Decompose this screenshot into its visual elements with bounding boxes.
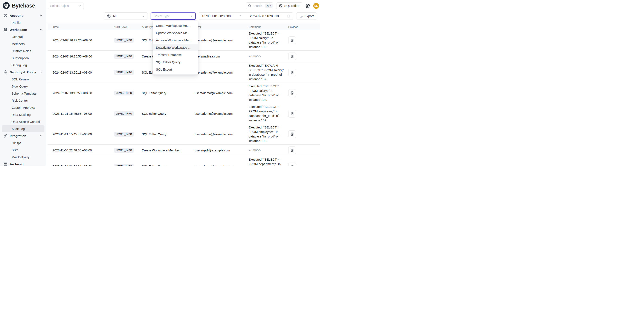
sidebar-item-gitops[interactable]: GitOps	[2, 139, 44, 147]
shield-check-icon	[4, 70, 8, 74]
column-header-time: Time	[53, 25, 114, 28]
payload-view-button[interactable]	[288, 130, 296, 138]
brand-name: Bytebase	[12, 2, 35, 9]
settings-button[interactable]	[306, 4, 310, 8]
type-option[interactable]: SQL Editor Query	[153, 59, 198, 66]
type-option[interactable]: Create Workspace Me...	[153, 22, 198, 29]
actor-cell: users/qa1@example.com	[194, 149, 248, 152]
sidebar-item-integration[interactable]: Integration	[2, 132, 44, 139]
actor-cell: users/demo@example.com	[194, 165, 248, 166]
time-cell: 2024-02-07 13:19:53 +08:00	[53, 91, 114, 95]
actor-cell: users/demo@example.com	[194, 71, 248, 74]
column-header-payload: Payload	[288, 25, 320, 28]
export-label: Export	[304, 14, 314, 18]
user-avatar[interactable]: DE	[313, 3, 319, 9]
chevron-down-icon	[78, 4, 81, 7]
audit-level-badge: LEVEL_INFO	[114, 148, 134, 153]
type-option[interactable]: Deactivate Workspace ...	[153, 44, 198, 51]
sidebar-item-debug-log[interactable]: Debug Log	[2, 62, 44, 69]
search-icon	[248, 4, 251, 7]
type-option[interactable]: SQL Export	[153, 66, 198, 73]
column-header-comment: Comment	[248, 25, 288, 28]
payload-view-button[interactable]	[288, 89, 296, 97]
audit-level-badge: LEVEL_INFO	[114, 54, 134, 59]
audit-type-cell: SQL Editor Query	[142, 91, 194, 95]
search-box[interactable]: ⌘ K	[246, 2, 273, 9]
search-input[interactable]	[252, 4, 264, 7]
sidebar-item-members[interactable]: Members	[2, 40, 44, 47]
file-search-icon	[290, 132, 294, 136]
sidebar-item-sql-review[interactable]: SQL Review	[2, 76, 44, 83]
download-icon	[300, 14, 303, 18]
column-header-actor: Actor	[194, 25, 248, 28]
sidebar-item-risk-center[interactable]: Risk Center	[2, 97, 44, 104]
sidebar-item-workspace[interactable]: Workspace	[2, 26, 44, 33]
sidebar-item-sso[interactable]: SSO	[2, 147, 44, 154]
sidebar-item-archived[interactable]: Archived	[2, 161, 44, 166]
type-filter[interactable]: Select Type	[151, 12, 196, 20]
sidebar: Bytebase Account Profile Workspace Gener…	[0, 0, 46, 166]
type-option[interactable]: Update Workspace Me...	[153, 29, 198, 37]
logo[interactable]: Bytebase	[0, 0, 46, 11]
date-start: 1970-01-01 08:00:00	[202, 14, 231, 18]
audit-type-cell: SQL Editor Query	[142, 112, 194, 115]
type-option[interactable]: Transfer Database	[153, 51, 198, 59]
user-circle-icon	[4, 13, 8, 17]
sidebar-item-account[interactable]: Account	[2, 12, 44, 19]
sidebar-item-data-access-control[interactable]: Data Access Control	[2, 118, 44, 125]
actor-cell: users/demo@example.com	[194, 39, 248, 42]
payload-view-button[interactable]	[288, 110, 296, 118]
time-cell: 2024-02-07 16:25:56 +08:00	[53, 55, 114, 58]
user-filter-value: All	[113, 14, 116, 18]
sidebar-item-schema-template[interactable]: Schema Template	[2, 90, 44, 97]
sql-editor-button[interactable]: SQL Editor	[276, 2, 302, 9]
sidebar-item-subscription[interactable]: Subscription	[2, 54, 44, 62]
file-search-icon	[290, 149, 294, 152]
filter-bar: All Select Type 1970-01-01 08:00:00 2024…	[48, 12, 320, 20]
sidebar-item-profile[interactable]: Profile	[2, 19, 44, 26]
arrow-right-icon	[239, 14, 242, 18]
audit-level-badge: LEVEL_INFO	[114, 70, 134, 75]
chevron-down-icon	[40, 134, 43, 138]
sidebar-item-audit-log[interactable]: Audit Log	[2, 125, 44, 132]
export-button[interactable]: Export	[296, 12, 317, 20]
file-search-icon	[290, 38, 294, 42]
comment-cell: Executed `"EXPLAIN SELECT * FROM salary;…	[248, 63, 288, 81]
comment-cell: Executed `"SELECT * FROM employee;"` in …	[248, 105, 288, 123]
table-row: 2024-02-07 13:19:53 +08:00 LEVEL_INFO SQ…	[48, 83, 320, 103]
search-shortcut-badge: ⌘ K	[265, 4, 272, 8]
audit-level-badge: LEVEL_INFO	[114, 132, 134, 137]
table-row: 2023-11-04 22:48:30 +08:00 LEVEL_INFO Cr…	[48, 145, 320, 156]
bytebase-logo-icon	[2, 2, 10, 9]
project-select-placeholder: Select Project	[50, 4, 69, 7]
sidebar-item-general[interactable]: General	[2, 33, 44, 40]
payload-view-button[interactable]	[288, 36, 296, 44]
actor-cell: users/demo@example.com	[194, 112, 248, 115]
payload-view-button[interactable]	[288, 52, 296, 60]
comment-cell: <Empty>	[248, 148, 288, 153]
date-range-picker[interactable]: 1970-01-01 08:00:00 2024-02-07 18:09:13	[199, 12, 293, 20]
gear-icon	[306, 4, 310, 8]
time-cell: 2023-11-21 15:45:43 +08:00	[53, 133, 114, 136]
comment-cell: Executed `"SELECT * FROM salary;"` in da…	[248, 31, 288, 49]
comment-cell: Executed `"SELECT * FROM department;"` i…	[248, 158, 288, 166]
audit-level-badge: LEVEL_INFO	[114, 91, 134, 95]
actor-cell: users/demo@example.com	[194, 133, 248, 136]
sidebar-item-custom-roles[interactable]: Custom Roles	[2, 47, 44, 54]
sidebar-item-mail-delivery[interactable]: Mail Delivery	[2, 154, 44, 161]
user-filter[interactable]: All	[104, 12, 148, 20]
sidebar-item-slow-query[interactable]: Slow Query	[2, 83, 44, 90]
payload-view-button[interactable]	[288, 147, 296, 154]
file-search-icon	[290, 71, 294, 74]
sidebar-item-security-policy[interactable]: Security & Policy	[2, 69, 44, 76]
sidebar-nav: Account Profile Workspace General Member…	[0, 11, 46, 166]
audit-type-cell: Create Workspace Member	[142, 149, 194, 152]
payload-view-button[interactable]	[288, 69, 296, 76]
payload-view-button[interactable]	[288, 163, 296, 166]
sidebar-item-custom-approval[interactable]: Custom Approval	[2, 104, 44, 111]
building-icon	[4, 28, 8, 32]
column-header-audit-level: Audit Level	[114, 25, 142, 28]
type-option[interactable]: Activate Workspace Me...	[153, 37, 198, 44]
project-select[interactable]: Select Project	[48, 2, 84, 9]
sidebar-item-data-masking[interactable]: Data Masking	[2, 111, 44, 118]
